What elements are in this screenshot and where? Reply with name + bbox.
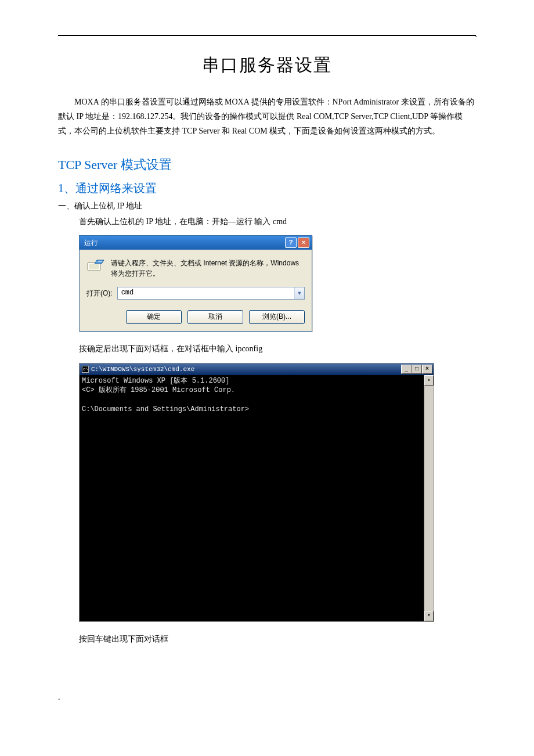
cmd-output[interactable]: Microsoft Windows XP [版本 5.1.2600] <C> 版… xyxy=(80,375,424,621)
after-run-text: 按确定后出现下面对话框，在对话框中输入 ipconfig xyxy=(79,342,476,356)
close-button[interactable]: × xyxy=(298,237,309,248)
run-titlebar: 运行 ? × xyxy=(80,236,312,250)
doc-title: 串口服务器设置 xyxy=(58,53,476,77)
dropdown-icon[interactable]: ▼ xyxy=(294,287,304,299)
cmd-title-text: C:\WINDOWS\system32\cmd.exe xyxy=(91,366,194,373)
heading-tcp-server: TCP Server 模式设置 xyxy=(58,156,476,174)
scroll-down-icon[interactable]: ▾ xyxy=(424,611,434,621)
minimize-button[interactable]: _ xyxy=(401,365,412,374)
browse-button[interactable]: 浏览(B)... xyxy=(249,310,305,324)
help-button[interactable]: ? xyxy=(285,237,297,248)
run-description: 请键入程序、文件夹、文档或 Internet 资源的名称，Windows 将为您… xyxy=(111,258,305,279)
open-combobox[interactable]: ▼ xyxy=(117,287,305,300)
intro-paragraph: MOXA 的串口服务器设置可以通过网络或 MOXA 提供的专用设置软件：NPor… xyxy=(58,95,476,139)
cmd-scrollbar[interactable]: ▴ ▾ xyxy=(424,375,434,621)
top-rule: . xyxy=(58,35,476,36)
run-icon xyxy=(86,258,105,273)
cmd-window: c\ C:\WINDOWS\system32\cmd.exe _ □ × Mic… xyxy=(79,363,434,622)
cancel-button[interactable]: 取消 xyxy=(187,310,243,324)
open-label: 打开(O): xyxy=(86,289,113,298)
run-title-text: 运行 xyxy=(84,238,98,248)
ok-button[interactable]: 确定 xyxy=(126,310,182,324)
footer-dot: . xyxy=(58,693,476,702)
maximize-button[interactable]: □ xyxy=(412,365,422,374)
scroll-up-icon[interactable]: ▴ xyxy=(424,375,434,386)
cmd-titlebar: c\ C:\WINDOWS\system32\cmd.exe _ □ × xyxy=(80,363,434,375)
open-input[interactable] xyxy=(118,287,294,298)
run-dialog: 运行 ? × 请键入程序、文件夹、文档或 Internet 资源的名称，Wind… xyxy=(79,235,312,332)
svg-rect-1 xyxy=(89,264,99,269)
cmd-icon: c\ xyxy=(82,366,89,373)
after-cmd-text: 按回车键出现下面对话框 xyxy=(79,632,476,646)
step-1-text: 首先确认上位机的 IP 地址，在电脑：开始—运行 输入 cmd xyxy=(79,215,476,229)
step-1-label: 一、确认上位机 IP 地址 xyxy=(58,201,476,211)
close-button[interactable]: × xyxy=(422,365,432,374)
heading-network-method: 1、通过网络来设置 xyxy=(58,181,476,196)
